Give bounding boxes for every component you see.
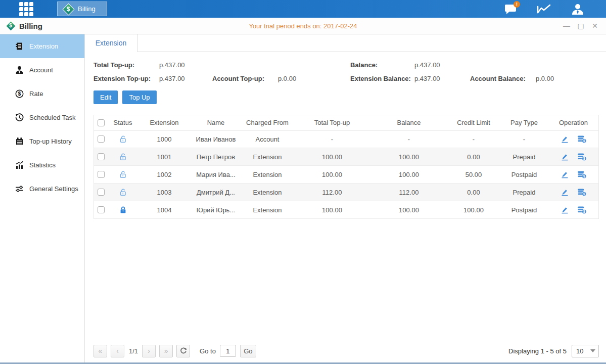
prev-page-button[interactable]: ‹ [111, 345, 124, 357]
cell-extension: 1002 [138, 171, 191, 178]
cell-total-topup: 100.00 [294, 153, 370, 161]
refresh-button[interactable] [176, 345, 190, 357]
cell-balance: 100.00 [370, 206, 447, 214]
account-balance-label: Account Balance: [470, 75, 536, 82]
cell-charged-from: Extension [241, 206, 294, 214]
row-checkbox[interactable] [98, 189, 105, 196]
total-topup-value: p.437.00 [159, 61, 212, 69]
svg-text:$: $ [583, 174, 585, 178]
svg-text:$: $ [583, 139, 585, 143]
cell-extension: 1001 [138, 153, 191, 161]
top-up-coins-icon[interactable]: $ [577, 135, 587, 144]
table-row: 1003 Дмитрий Д... Extension 112.00 112.0… [94, 184, 598, 201]
goto-label: Go to [200, 347, 216, 355]
extension-table: Status Extension Name Charged From Total… [94, 115, 599, 219]
rate-coin-icon: $ [15, 89, 24, 98]
edit-pencil-icon[interactable] [561, 206, 569, 214]
billing-app-window: $ Billing ! [0, 0, 606, 364]
top-up-coins-icon[interactable]: $ [577, 170, 587, 179]
cell-charged-from: Extension [241, 189, 294, 196]
table-row: 1000 Иван Иванов Account - - - - $ [94, 130, 598, 148]
col-status: Status [108, 119, 138, 126]
cell-total-topup: 100.00 [294, 171, 370, 178]
cell-balance: - [370, 135, 447, 143]
top-tab-billing-label: Billing [78, 5, 96, 13]
cell-total-topup: 112.00 [294, 189, 370, 196]
notification-badge: ! [514, 1, 520, 8]
top-navigation-bar: $ Billing ! [0, 0, 606, 18]
sidebar: Extension Account $ Rate Scheduled Task … [0, 34, 85, 362]
billing-diamond-dollar-icon: $ [63, 4, 74, 15]
extension-topup-label: Extension Top-up: [94, 75, 159, 82]
tab-extension[interactable]: Extension [85, 34, 137, 52]
col-credit-limit: Credit Limit [447, 119, 500, 126]
status-unlocked-icon[interactable] [119, 153, 127, 161]
minimize-icon[interactable]: — [563, 22, 571, 30]
svg-text:$: $ [583, 210, 585, 214]
page-size-value: 10 [576, 347, 583, 355]
cell-pay-type: Postpaid [500, 171, 548, 178]
goto-page-input[interactable] [220, 345, 236, 357]
cell-extension: 1000 [138, 135, 191, 143]
sidebar-item-statistics[interactable]: Statistics [0, 153, 84, 177]
page-size-select[interactable]: 10 [572, 345, 599, 357]
top-tab-billing[interactable]: $ Billing [57, 2, 107, 16]
cell-total-topup: 100.00 [294, 206, 370, 214]
top-up-button[interactable]: Top Up [122, 90, 156, 104]
status-unlocked-icon[interactable] [119, 188, 127, 197]
cell-extension: 1003 [138, 189, 191, 196]
next-page-button[interactable]: › [142, 345, 156, 357]
cell-balance: 100.00 [370, 171, 447, 178]
reports-chart-icon[interactable] [536, 3, 552, 16]
sidebar-item-extension[interactable]: Extension [0, 34, 84, 58]
cell-credit-limit: 0.00 [447, 189, 500, 196]
balance-label: Balance: [350, 61, 414, 69]
cell-pay-type: Prepaid [500, 189, 548, 196]
extension-ledger-icon [15, 42, 24, 51]
edit-pencil-icon[interactable] [561, 153, 569, 161]
messages-icon[interactable]: ! [503, 3, 519, 16]
maximize-icon[interactable]: ▢ [577, 22, 585, 30]
top-up-coins-icon[interactable]: $ [577, 188, 587, 197]
status-unlocked-icon[interactable] [119, 170, 127, 179]
sidebar-item-rate[interactable]: $ Rate [0, 82, 84, 106]
row-checkbox[interactable] [98, 135, 105, 143]
window-title: Billing [19, 22, 42, 30]
sidebar-item-general-settings[interactable]: General Settings [0, 177, 84, 201]
svg-text:$: $ [583, 192, 585, 196]
app-launcher-grid-icon[interactable] [19, 2, 34, 16]
last-page-button[interactable]: » [159, 345, 173, 357]
row-checkbox[interactable] [98, 153, 105, 160]
sidebar-item-scheduled-task[interactable]: Scheduled Task [0, 106, 84, 129]
edit-button[interactable]: Edit [94, 90, 118, 104]
cell-name: Петр Петров [191, 153, 241, 161]
cell-name: Дмитрий Д... [191, 189, 241, 196]
first-page-button[interactable]: « [94, 345, 107, 357]
top-up-coins-icon[interactable]: $ [577, 153, 587, 161]
row-checkbox[interactable] [98, 206, 105, 213]
cell-charged-from: Extension [241, 171, 294, 178]
sidebar-label-account: Account [29, 66, 53, 74]
svg-text:$: $ [18, 90, 21, 97]
select-all-checkbox[interactable] [98, 119, 105, 126]
close-icon[interactable]: ✕ [591, 22, 599, 30]
edit-pencil-icon[interactable] [561, 188, 569, 197]
sidebar-item-topup-history[interactable]: Top-up History [0, 129, 84, 153]
col-balance: Balance [370, 119, 447, 126]
account-person-icon [15, 66, 24, 74]
top-up-coins-icon[interactable]: $ [577, 206, 587, 214]
sidebar-item-account[interactable]: Account [0, 58, 84, 82]
edit-pencil-icon[interactable] [561, 170, 569, 179]
status-locked-icon[interactable] [119, 206, 127, 214]
user-account-icon[interactable] [570, 3, 586, 16]
status-unlocked-icon[interactable] [119, 135, 127, 144]
go-button[interactable]: Go [240, 345, 256, 357]
row-checkbox[interactable] [98, 171, 105, 178]
pagination-bar: « ‹ 1/1 › » Go to Go Displaying 1 - 5 of… [94, 342, 599, 359]
window-billing-icon: $ [6, 21, 16, 31]
window-title-bar: $ Billing Your trial period ends on: 201… [0, 18, 606, 34]
cell-pay-type: Postpaid [500, 206, 548, 214]
edit-pencil-icon[interactable] [561, 135, 569, 144]
balance-summary: Total Top-up: p.437.00 Balance: p.437.00… [94, 61, 599, 82]
extension-balance-label: Extension Balance: [350, 75, 414, 82]
